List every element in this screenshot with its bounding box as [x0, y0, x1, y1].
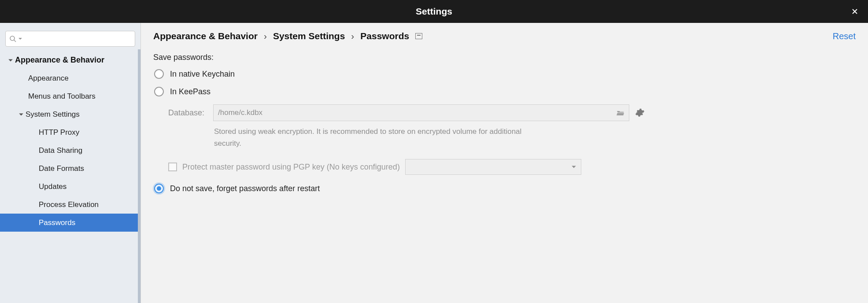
window-title: Settings	[416, 6, 452, 17]
svg-point-0	[10, 36, 15, 41]
radio-label: In KeePass	[170, 87, 211, 96]
close-icon	[851, 8, 858, 15]
pgp-key-combo[interactable]	[405, 159, 581, 175]
breadcrumb: Appearance & Behavior › System Settings …	[153, 31, 856, 41]
scrollbar[interactable]	[138, 49, 140, 303]
tree-item-label: HTTP Proxy	[39, 128, 79, 137]
tree-item-date-formats[interactable]: Date Formats	[0, 159, 140, 177]
tree-item-label: Process Elevation	[39, 200, 99, 209]
database-settings-button[interactable]	[635, 107, 645, 118]
close-button[interactable]	[849, 5, 861, 18]
tree-item-process-elevation[interactable]: Process Elevation	[0, 196, 140, 214]
tree-item-passwords[interactable]: Passwords	[0, 214, 140, 232]
radio-icon	[154, 87, 164, 96]
settings-content: Appearance & Behavior › System Settings …	[141, 23, 868, 303]
chevron-down-icon	[17, 112, 26, 117]
tree-item-label: Data Sharing	[39, 146, 82, 155]
option-native-keychain[interactable]: In native Keychain	[154, 69, 856, 79]
radio-icon	[154, 184, 164, 193]
tree-item-appearance-and-behavior[interactable]: Appearance & Behavior	[0, 51, 140, 69]
tree-item-label: Appearance & Behavior	[15, 55, 104, 65]
database-path-value: /home/c.kdbx	[218, 108, 262, 117]
settings-sidebar: Appearance & Behavior Appearance Menus a…	[0, 23, 141, 303]
tree-item-updates[interactable]: Updates	[0, 177, 140, 196]
breadcrumb-separator-icon: ›	[264, 31, 267, 41]
radio-label: In native Keychain	[170, 70, 235, 79]
breadcrumb-separator-icon: ›	[351, 31, 354, 41]
tree-item-label: Appearance	[28, 74, 69, 83]
reset-button[interactable]: Reset	[833, 31, 856, 41]
search-input[interactable]	[24, 35, 131, 43]
tree-item-label: System Settings	[26, 110, 80, 119]
database-label: Database:	[168, 108, 208, 118]
folder-open-icon[interactable]	[617, 110, 624, 116]
settings-tree: Appearance & Behavior Appearance Menus a…	[0, 51, 140, 303]
window-titlebar: Settings	[0, 0, 868, 23]
tree-item-appearance[interactable]: Appearance	[0, 69, 140, 87]
tree-item-label: Date Formats	[39, 164, 84, 173]
search-box[interactable]	[5, 31, 135, 47]
gear-icon	[635, 108, 645, 118]
pgp-checkbox[interactable]	[168, 163, 177, 171]
chevron-down-icon	[6, 58, 15, 63]
radio-label: Do not save, forget passwords after rest…	[170, 184, 320, 193]
search-options-caret-icon	[18, 37, 22, 41]
tree-item-menus-and-toolbars[interactable]: Menus and Toolbars	[0, 87, 140, 105]
chevron-down-icon	[571, 164, 576, 170]
option-do-not-save[interactable]: Do not save, forget passwords after rest…	[154, 184, 856, 193]
option-keepass[interactable]: In KeePass	[154, 87, 856, 96]
tree-item-system-settings[interactable]: System Settings	[0, 105, 140, 123]
database-path-field[interactable]: /home/c.kdbx	[213, 104, 629, 121]
settings-scope-icon	[415, 33, 422, 39]
tree-item-data-sharing[interactable]: Data Sharing	[0, 141, 140, 159]
tree-item-label: Updates	[39, 182, 66, 191]
search-icon	[9, 35, 16, 42]
save-passwords-heading: Save passwords:	[153, 53, 856, 62]
breadcrumb-leaf: Passwords	[360, 31, 409, 41]
tree-item-label: Passwords	[39, 218, 75, 227]
tree-item-label: Menus and Toolbars	[28, 92, 96, 101]
pgp-label: Protect master password using PGP key (N…	[182, 163, 400, 172]
breadcrumb-mid[interactable]: System Settings	[273, 31, 345, 41]
database-help-text: Stored using weak encryption. It is reco…	[214, 126, 544, 149]
breadcrumb-root[interactable]: Appearance & Behavior	[153, 31, 258, 41]
tree-item-http-proxy[interactable]: HTTP Proxy	[0, 123, 140, 141]
radio-icon	[154, 69, 164, 79]
